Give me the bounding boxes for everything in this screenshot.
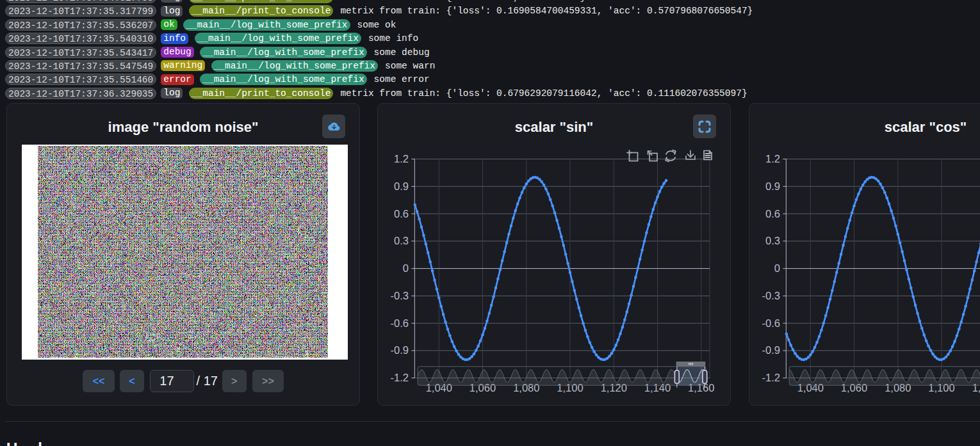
svg-text:0: 0 xyxy=(774,262,780,274)
svg-text:0.9: 0.9 xyxy=(394,180,409,192)
svg-text:-0.3: -0.3 xyxy=(391,290,409,301)
svg-text:-1.2: -1.2 xyxy=(762,372,780,383)
svg-text:-0.9: -0.9 xyxy=(391,344,409,356)
svg-text:1.2: 1.2 xyxy=(765,153,780,164)
svg-text:0.3: 0.3 xyxy=(765,235,780,246)
svg-text:-0.6: -0.6 xyxy=(762,317,780,329)
svg-text:-1.2: -1.2 xyxy=(391,372,409,383)
svg-text:0.9: 0.9 xyxy=(765,180,780,192)
svg-text:0: 0 xyxy=(403,262,409,274)
svg-text:0.6: 0.6 xyxy=(765,208,780,219)
svg-text:-0.3: -0.3 xyxy=(762,290,780,301)
svg-text:0.6: 0.6 xyxy=(394,208,409,219)
svg-text:0.3: 0.3 xyxy=(394,235,409,246)
svg-text:-0.6: -0.6 xyxy=(391,317,409,329)
svg-text:-0.9: -0.9 xyxy=(762,344,780,356)
svg-text:1.2: 1.2 xyxy=(394,153,409,164)
